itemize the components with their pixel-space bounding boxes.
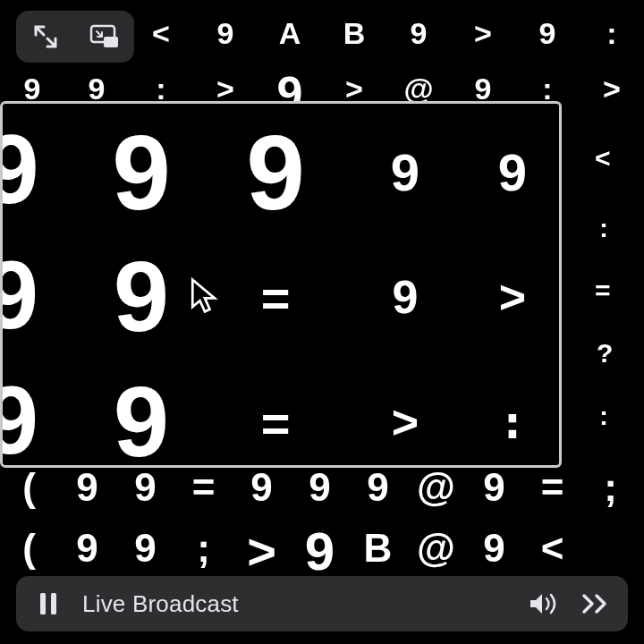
glyph: 9 [515, 16, 580, 51]
mouse-cursor-icon [190, 277, 220, 317]
glyph: 9 [343, 274, 468, 374]
glyph: : [580, 16, 644, 51]
glyph: = [174, 465, 233, 510]
glyph: 9 [468, 147, 557, 252]
glyph: = [208, 399, 343, 468]
glyph: = [523, 465, 581, 510]
glyph: > [468, 274, 557, 374]
glyph: = [595, 275, 611, 306]
expand-diagonal-icon [32, 23, 59, 50]
glyph: 9 [0, 372, 47, 468]
glyph: < [129, 16, 193, 51]
picture-in-picture-icon [89, 24, 120, 49]
glyph: 9 [58, 465, 116, 510]
glyph: 9 [74, 372, 208, 468]
glyph: : [599, 213, 608, 243]
glyph: 9 [74, 247, 208, 347]
glyph: @ [407, 465, 465, 510]
glyph: 9 [291, 465, 349, 510]
pause-icon [38, 591, 58, 616]
glyph: > [451, 16, 515, 51]
fullscreen-button[interactable] [29, 20, 63, 54]
glyph: A [258, 16, 322, 51]
zoom-overlay[interactable]: 9 9 9 9 9 9 9 = 9 > 9 9 = > : [0, 101, 562, 468]
glyph: 9 [0, 247, 47, 347]
glyph: 9 [343, 147, 468, 252]
svg-rect-1 [104, 37, 118, 47]
glyph: : [468, 399, 557, 468]
glyph: 9 [349, 465, 407, 510]
glyph: > [233, 522, 291, 584]
svg-rect-3 [51, 593, 56, 614]
glyph: ? [597, 338, 613, 369]
volume-icon [528, 591, 560, 616]
glyph: ( [0, 465, 58, 510]
video-toolbar [16, 11, 134, 63]
glyph: 9 [208, 120, 343, 225]
glyph: 9 [74, 120, 208, 225]
glyph: 9 [116, 465, 174, 510]
pip-button[interactable] [88, 20, 122, 54]
glyph: 9 [291, 521, 349, 582]
skip-forward-button[interactable] [578, 586, 614, 622]
glyph: : [599, 401, 608, 431]
glyph: 9 [233, 465, 291, 510]
volume-button[interactable] [526, 586, 562, 622]
glyph: B [322, 16, 386, 51]
pause-button[interactable] [30, 586, 66, 622]
glyph: 9 [465, 465, 523, 510]
glyph: 9 [0, 120, 47, 225]
glyph: 9 [386, 16, 451, 51]
media-control-bar: Live Broadcast [16, 576, 628, 631]
media-title: Live Broadcast [82, 590, 239, 618]
glyph: 9 [193, 16, 258, 51]
glyph: = [208, 274, 343, 374]
glyph: < [595, 143, 611, 174]
glyph: ; [581, 465, 640, 510]
svg-rect-2 [40, 593, 46, 614]
glyph: > [343, 399, 468, 468]
chevron-double-right-icon [580, 593, 611, 614]
glyph: > [580, 72, 644, 125]
bg-row-a: ( 9 9 = 9 9 9 @ 9 = ; [0, 465, 644, 510]
